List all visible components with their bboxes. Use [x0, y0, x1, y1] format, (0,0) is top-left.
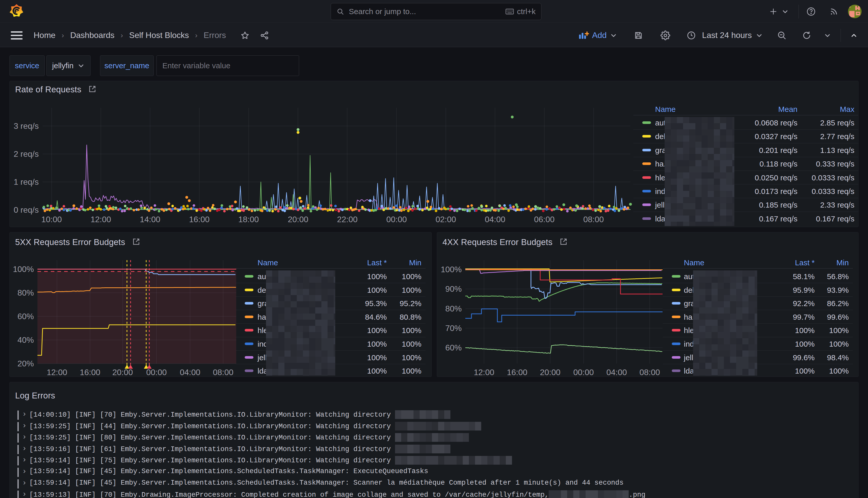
- svg-text:1.13 req/s: 1.13 req/s: [820, 146, 854, 155]
- svg-text:99.6%: 99.6%: [827, 313, 849, 321]
- svg-text:80.8%: 80.8%: [400, 313, 422, 321]
- svg-text:22:00: 22:00: [337, 215, 358, 224]
- svg-text:0.167 req/s: 0.167 req/s: [759, 214, 798, 223]
- svg-text:60%: 60%: [17, 312, 34, 321]
- svg-text:00:00: 00:00: [573, 368, 594, 377]
- svg-text:00:00: 00:00: [386, 215, 407, 224]
- svg-text:100%: 100%: [795, 326, 815, 335]
- svg-text:98.4%: 98.4%: [827, 353, 849, 362]
- svg-text:100%: 100%: [13, 264, 34, 274]
- svg-text:0 req/s: 0 req/s: [14, 205, 39, 214]
- svg-text:20%: 20%: [17, 359, 34, 368]
- svg-text:08:00: 08:00: [639, 368, 660, 377]
- svg-text:58.1%: 58.1%: [793, 272, 815, 281]
- svg-text:100%: 100%: [795, 367, 815, 375]
- svg-text:Mean: Mean: [778, 105, 798, 114]
- svg-text:40%: 40%: [17, 335, 34, 344]
- svg-text:20:00: 20:00: [288, 215, 308, 224]
- svg-text:100%: 100%: [367, 353, 387, 362]
- svg-text:0.118 req/s: 0.118 req/s: [760, 160, 798, 168]
- svg-text:0.0333 req/s: 0.0333 req/s: [812, 187, 854, 196]
- svg-text:100%: 100%: [367, 326, 387, 335]
- svg-text:10:00: 10:00: [41, 215, 62, 224]
- svg-text:100%: 100%: [441, 265, 462, 274]
- svg-text:00:00: 00:00: [146, 368, 167, 377]
- svg-text:02:00: 02:00: [436, 215, 456, 224]
- svg-text:60%: 60%: [445, 343, 462, 352]
- svg-text:93.9%: 93.9%: [827, 286, 849, 294]
- svg-text:86.2%: 86.2%: [827, 299, 849, 307]
- svg-text:100%: 100%: [402, 353, 422, 362]
- svg-text:Min: Min: [409, 258, 422, 267]
- svg-text:100%: 100%: [367, 340, 387, 348]
- svg-text:Name: Name: [257, 258, 278, 267]
- svg-text:12:00: 12:00: [91, 215, 111, 224]
- svg-text:0.0250 req/s: 0.0250 req/s: [755, 173, 798, 182]
- svg-text:0.201 req/s: 0.201 req/s: [759, 146, 798, 155]
- svg-text:100%: 100%: [795, 340, 815, 348]
- svg-text:Name: Name: [684, 258, 704, 267]
- svg-text:95.2%: 95.2%: [400, 299, 422, 307]
- svg-text:04:00: 04:00: [606, 368, 627, 377]
- svg-text:80%: 80%: [17, 288, 34, 297]
- svg-text:hle: hle: [655, 173, 665, 182]
- svg-text:100%: 100%: [367, 286, 387, 294]
- svg-text:0.185 req/s: 0.185 req/s: [759, 201, 798, 209]
- svg-text:08:00: 08:00: [213, 368, 233, 377]
- svg-text:92.2%: 92.2%: [793, 299, 815, 307]
- svg-text:100%: 100%: [367, 272, 387, 281]
- svg-text:90%: 90%: [445, 284, 462, 293]
- svg-text:100%: 100%: [829, 340, 849, 348]
- svg-text:3 req/s: 3 req/s: [14, 121, 39, 131]
- svg-text:ind: ind: [684, 340, 694, 348]
- svg-text:84.6%: 84.6%: [365, 313, 387, 321]
- svg-text:20:00: 20:00: [540, 368, 560, 377]
- svg-text:2.33 req/s: 2.33 req/s: [820, 201, 854, 209]
- svg-text:hle: hle: [684, 326, 694, 335]
- svg-text:99.7%: 99.7%: [793, 313, 815, 321]
- svg-text:100%: 100%: [402, 286, 422, 294]
- svg-text:0.0608 req/s: 0.0608 req/s: [755, 119, 798, 127]
- svg-text:04:00: 04:00: [180, 368, 200, 377]
- svg-text:100%: 100%: [367, 367, 387, 375]
- svg-text:100%: 100%: [402, 272, 422, 281]
- svg-text:del: del: [684, 286, 694, 294]
- svg-text:100%: 100%: [829, 326, 849, 335]
- svg-text:100%: 100%: [402, 367, 422, 375]
- svg-text:04:00: 04:00: [485, 215, 505, 224]
- svg-text:Last *: Last *: [795, 258, 815, 267]
- svg-text:18:00: 18:00: [238, 215, 259, 224]
- svg-text:0.167 req/s: 0.167 req/s: [816, 214, 854, 223]
- svg-text:95.9%: 95.9%: [793, 286, 815, 294]
- svg-text:ha.: ha.: [684, 313, 695, 321]
- svg-text:12:00: 12:00: [474, 368, 494, 377]
- svg-text:jell: jell: [257, 353, 267, 362]
- svg-text:0.0327 req/s: 0.0327 req/s: [755, 132, 798, 141]
- svg-text:14:00: 14:00: [140, 215, 160, 224]
- svg-text:100%: 100%: [829, 367, 849, 375]
- svg-text:16:00: 16:00: [507, 368, 528, 377]
- svg-text:100%: 100%: [402, 340, 422, 348]
- svg-text:16:00: 16:00: [189, 215, 210, 224]
- svg-text:95.3%: 95.3%: [365, 299, 387, 307]
- svg-text:08:00: 08:00: [583, 215, 604, 224]
- svg-text:80%: 80%: [445, 304, 462, 313]
- svg-text:2.77 req/s: 2.77 req/s: [820, 132, 854, 141]
- svg-text:2.85 req/s: 2.85 req/s: [820, 119, 854, 127]
- svg-text:1 req/s: 1 req/s: [14, 177, 39, 186]
- svg-text:12:00: 12:00: [47, 368, 67, 377]
- svg-text:2 req/s: 2 req/s: [14, 149, 39, 159]
- svg-text:100%: 100%: [402, 326, 422, 335]
- svg-text:Name: Name: [655, 105, 676, 114]
- svg-text:0.333 req/s: 0.333 req/s: [816, 160, 854, 168]
- svg-text:06:00: 06:00: [534, 215, 555, 224]
- svg-text:16:00: 16:00: [80, 368, 100, 377]
- svg-text:0.0173 req/s: 0.0173 req/s: [755, 187, 798, 196]
- svg-text:Last *: Last *: [367, 258, 387, 267]
- svg-text:20:00: 20:00: [112, 368, 133, 377]
- svg-text:56.8%: 56.8%: [827, 272, 849, 281]
- svg-text:Max: Max: [840, 105, 854, 114]
- svg-text:Min: Min: [837, 258, 849, 267]
- svg-text:99.6%: 99.6%: [793, 353, 815, 362]
- svg-text:lda: lda: [684, 367, 694, 375]
